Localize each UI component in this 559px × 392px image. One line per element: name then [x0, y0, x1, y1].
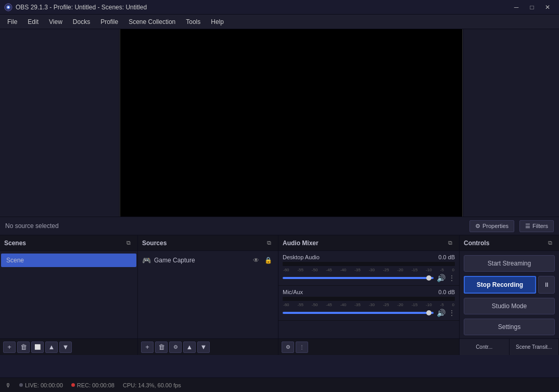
- title-bar: OBS 29.1.3 - Profile: Untitled - Scenes:…: [0, 0, 559, 15]
- bottom-area: Scenes ⧉ Scene + 🗑 ⬜ ▲ ▼ Sources ⧉ 🎮 Gam…: [0, 235, 559, 355]
- scenes-panel-header: Scenes ⧉: [0, 235, 137, 251]
- desktop-audio-channel: Desktop Audio 0.0 dB -60 -55 -50 -45 -40…: [278, 251, 459, 286]
- controls-panel-title: Controls: [464, 239, 489, 247]
- sources-panel: Sources ⧉ 🎮 Game Capture 👁 🔒 + 🗑 ⚙ ▲ ▼: [138, 235, 278, 355]
- mic-aux-controls: 🔊 ⋮: [283, 309, 455, 317]
- scenes-panel-title: Scenes: [4, 239, 26, 247]
- svg-point-2: [7, 6, 9, 8]
- cpu-status: CPU: 14.3%, 60.00 fps: [123, 382, 181, 388]
- sources-delete-button[interactable]: 🗑: [155, 342, 168, 353]
- cpu-label: CPU: 14.3%, 60.00 fps: [123, 382, 181, 388]
- settings-button[interactable]: Settings: [464, 319, 555, 335]
- desktop-audio-db: 0.0 dB: [438, 254, 455, 260]
- controls-expand-button[interactable]: ⧉: [545, 238, 555, 248]
- sources-down-button[interactable]: ▼: [197, 342, 210, 353]
- desktop-audio-slider-thumb: [426, 275, 431, 281]
- source-name: Game Capture: [154, 257, 195, 264]
- menu-edit[interactable]: Edit: [22, 16, 44, 28]
- menu-tools[interactable]: Tools: [181, 16, 206, 28]
- game-capture-icon: 🎮: [142, 256, 151, 264]
- mic-aux-slider[interactable]: [283, 312, 434, 314]
- desktop-audio-menu-button[interactable]: ⋮: [449, 274, 455, 282]
- scenes-up-button[interactable]: ▲: [45, 342, 58, 353]
- audio-mixer-panel: Audio Mixer ⧉ Desktop Audio 0.0 dB -60 -…: [278, 235, 460, 355]
- preview-area: [0, 29, 559, 217]
- scenes-add-button[interactable]: +: [3, 342, 16, 353]
- minimize-button[interactable]: ─: [509, 2, 524, 13]
- sources-up-button[interactable]: ▲: [183, 342, 196, 353]
- menu-profile[interactable]: Profile: [95, 16, 123, 28]
- studio-mode-button[interactable]: Studio Mode: [464, 298, 555, 314]
- scenes-delete-button[interactable]: 🗑: [17, 342, 30, 353]
- sources-panel-header: Sources ⧉: [138, 235, 278, 251]
- properties-button[interactable]: ⚙ Properties: [469, 220, 514, 232]
- title-bar-left: OBS 29.1.3 - Profile: Untitled - Scenes:…: [4, 3, 147, 11]
- source-lock-button[interactable]: 🔒: [263, 256, 274, 264]
- mic-aux-mute-button[interactable]: 🔊: [437, 309, 446, 317]
- sources-list: 🎮 Game Capture 👁 🔒: [138, 251, 278, 338]
- mic-aux-header: Mic/Aux 0.0 dB: [283, 289, 455, 295]
- desktop-audio-label: Desktop Audio: [283, 254, 320, 260]
- controls-panel: Controls ⧉ Start Streaming Stop Recordin…: [460, 235, 559, 355]
- mic-icon: 🎙: [5, 382, 11, 388]
- menu-bar: File Edit View Docks Profile Scene Colle…: [0, 15, 559, 29]
- stop-recording-button[interactable]: Stop Recording: [464, 276, 536, 294]
- recording-controls-row: Stop Recording ⏸: [464, 276, 555, 294]
- obs-icon: [4, 3, 12, 11]
- desktop-audio-slider[interactable]: [283, 277, 434, 279]
- scene-item[interactable]: Scene: [1, 254, 136, 267]
- filters-icon: ☰: [525, 223, 530, 230]
- controls-buttons-area: Start Streaming Stop Recording ⏸ Studio …: [460, 251, 559, 338]
- controls-panel-header: Controls ⧉: [460, 235, 559, 251]
- rec-label: REC: 00:00:08: [77, 382, 115, 388]
- desktop-audio-controls: 🔊 ⋮: [283, 274, 455, 282]
- live-dot: [19, 383, 23, 387]
- mic-aux-label: Mic/Aux: [283, 289, 303, 295]
- source-bar: No source selected ⚙ Properties ☰ Filter…: [0, 217, 559, 235]
- filters-label: Filters: [532, 223, 548, 229]
- title-bar-controls[interactable]: ─ □ ✕: [509, 2, 555, 13]
- sources-expand-button[interactable]: ⧉: [264, 238, 274, 248]
- scene-transitions-button[interactable]: Scene Transit...: [510, 339, 560, 355]
- audio-panel-title: Audio Mixer: [283, 239, 319, 247]
- scenes-down-button[interactable]: ▼: [59, 342, 72, 353]
- rec-status: REC: 00:00:08: [71, 382, 115, 388]
- status-bar: 🎙 LIVE: 00:00:00 REC: 00:00:08 CPU: 14.3…: [0, 377, 559, 392]
- scenes-list: Scene: [0, 251, 137, 338]
- mic-aux-meter: [283, 297, 455, 301]
- start-streaming-button[interactable]: Start Streaming: [464, 255, 555, 272]
- scenes-copy-button[interactable]: ⬜: [31, 342, 44, 353]
- menu-help[interactable]: Help: [206, 16, 229, 28]
- desktop-audio-mute-button[interactable]: 🔊: [437, 274, 446, 282]
- audio-panel-footer: ⚙ ⋮: [278, 338, 459, 355]
- sources-add-button[interactable]: +: [141, 342, 154, 353]
- sources-panel-title: Sources: [142, 239, 167, 247]
- mic-aux-slider-thumb: [426, 310, 431, 315]
- sources-footer: + 🗑 ⚙ ▲ ▼: [138, 338, 278, 355]
- audio-expand-button[interactable]: ⧉: [446, 238, 455, 248]
- scenes-expand-button[interactable]: ⧉: [124, 238, 133, 248]
- gear-icon: ⚙: [475, 223, 480, 230]
- close-button[interactable]: ✕: [540, 2, 555, 13]
- live-status: LIVE: 00:00:00: [19, 382, 63, 388]
- audio-panel-header: Audio Mixer ⧉: [278, 235, 459, 251]
- source-visibility-button[interactable]: 👁: [251, 256, 261, 264]
- audio-menu-button[interactable]: ⋮: [296, 342, 308, 353]
- right-preview-panel: [463, 29, 559, 217]
- mic-aux-menu-button[interactable]: ⋮: [449, 309, 455, 317]
- audio-settings-button[interactable]: ⚙: [282, 342, 294, 353]
- pause-recording-button[interactable]: ⏸: [538, 276, 555, 294]
- mic-aux-db: 0.0 dB: [438, 289, 455, 295]
- controls-footer: Contr... Scene Transit...: [460, 338, 559, 355]
- filters-button[interactable]: ☰ Filters: [519, 220, 554, 232]
- maximize-button[interactable]: □: [525, 2, 539, 13]
- source-item[interactable]: 🎮 Game Capture 👁 🔒: [138, 253, 278, 268]
- menu-view[interactable]: View: [44, 16, 68, 28]
- menu-docks[interactable]: Docks: [68, 16, 95, 28]
- scenes-panel: Scenes ⧉ Scene + 🗑 ⬜ ▲ ▼: [0, 235, 138, 355]
- menu-scene-collection[interactable]: Scene Collection: [123, 16, 181, 28]
- mic-aux-scale: -60 -55 -50 -45 -40 -35 -30 -25 -20 -15 …: [283, 302, 455, 307]
- menu-file[interactable]: File: [2, 16, 22, 28]
- sources-settings-button[interactable]: ⚙: [169, 342, 182, 353]
- controls-footer-button[interactable]: Contr...: [460, 339, 510, 355]
